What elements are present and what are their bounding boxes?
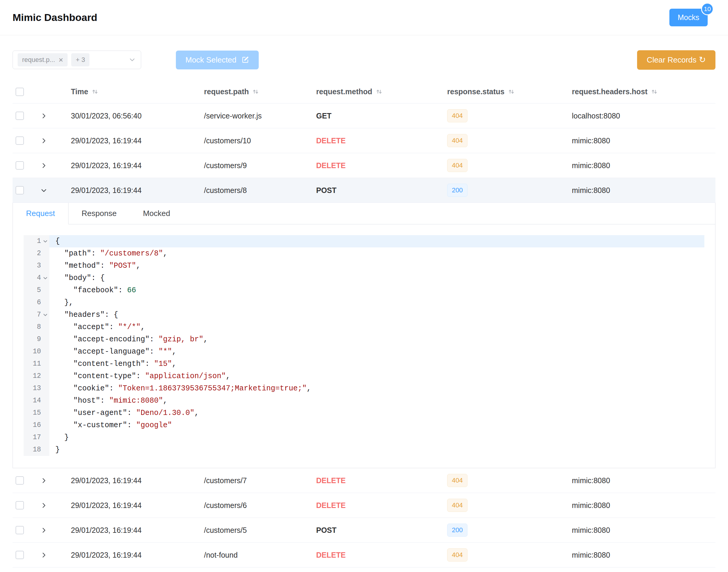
row-checkbox[interactable] [15,551,24,559]
code-line: 5 "facebook": 66 [24,284,704,296]
column-header-path[interactable]: request.path [204,87,316,96]
fold-icon[interactable] [41,276,49,281]
status-badge: 404 [447,159,467,172]
line-number: 12 [24,370,49,382]
row-checkbox[interactable] [15,476,24,485]
cell-host: mimic:8080 [572,551,715,559]
cell-time: 29/01/2023, 16:19:44 [71,476,204,485]
mocks-button-wrap: Mocks 10 [669,9,708,26]
filter-tag-close-icon[interactable]: × [59,57,63,63]
filter-select[interactable]: request.p... × + 3 [13,51,141,69]
column-header-label: Time [71,87,88,96]
sort-icon[interactable] [252,88,259,95]
clear-records-label: Clear Records [647,55,696,65]
code-line: 18} [24,444,704,456]
table-row: 29/01/2023, 16:19:44 /customers/9 DELETE… [13,153,715,178]
row-expander-cell [35,113,71,119]
status-badge: 404 [447,474,467,487]
code-line: 1{ [24,235,704,247]
line-number-text: 9 [37,333,41,346]
fold-icon[interactable] [41,239,49,244]
expand-icon[interactable] [41,502,47,509]
cell-time: 29/01/2023, 16:19:44 [71,136,204,145]
tab-request[interactable]: Request [13,203,69,224]
row-expander-cell [35,162,71,169]
table-row: 29/01/2023, 16:19:44 /not-found DELETE 4… [13,543,715,568]
mock-selected-label: Mock Selected [186,55,237,65]
code-line: 15 "user-agent": "Deno/1.30.0", [24,407,704,419]
row-checkbox[interactable] [15,501,24,509]
line-number: 8 [24,321,49,333]
tab-response[interactable]: Response [69,203,130,224]
status-badge: 404 [447,548,467,562]
line-number: 10 [24,346,49,358]
column-header-status[interactable]: response.status [445,87,572,96]
expand-icon[interactable] [41,187,47,194]
line-number-text: 14 [32,395,41,407]
expand-icon[interactable] [41,137,47,144]
row-checkbox[interactable] [15,161,24,170]
code-line: 11 "content-length": "15", [24,358,704,370]
expand-icon[interactable] [41,113,47,119]
line-number-text: 10 [32,346,41,358]
column-header-method[interactable]: request.method [316,87,445,96]
cell-status: 404 [445,474,572,487]
toolbar: request.p... × + 3 Mock Selected Clear R… [13,50,715,69]
code-text: "cookie": "Token=1.1863739536755347;Mark… [49,382,704,395]
line-number-text: 1 [37,235,41,247]
expand-icon[interactable] [41,552,47,559]
line-number: 3 [24,260,49,272]
cell-path: /customers/5 [204,526,316,534]
line-number-text: 16 [32,419,41,431]
row-checkbox-cell [13,136,35,145]
row-checkbox[interactable] [15,186,24,195]
row-checkbox[interactable] [15,112,24,120]
expand-icon[interactable] [41,162,47,169]
tab-mocked[interactable]: Mocked [130,203,184,224]
code-text: } [49,444,704,456]
cell-host: mimic:8080 [572,186,715,195]
filter-tag: request.p... × [18,53,68,66]
row-checkbox-cell [13,161,35,170]
line-number-text: 17 [32,431,41,444]
request-json-viewer: 1{2 "path": "/customers/8",3 "method": "… [24,235,704,456]
code-line: 12 "content-type": "application/json", [24,370,704,382]
expand-icon[interactable] [41,477,47,484]
expand-icon[interactable] [41,527,47,534]
table-row: 29/01/2023, 16:19:44 /customers/7 DELETE… [13,468,715,493]
line-number: 17 [24,431,49,444]
column-header-host[interactable]: request.headers.host [572,87,715,96]
line-number: 15 [24,407,49,419]
clear-records-button[interactable]: Clear Records ↻ [637,50,715,70]
column-header-time[interactable]: Time [71,87,204,96]
line-number: 7 [24,309,49,321]
sort-icon[interactable] [375,88,383,95]
records-table: Time request.path request.method respons… [13,80,715,572]
code-line: 4 "body": { [24,272,704,284]
sort-icon[interactable] [651,88,658,95]
cell-time: 29/01/2023, 16:19:44 [71,551,204,559]
line-number-text: 11 [32,358,41,370]
row-checkbox[interactable] [15,136,24,145]
mock-selected-button[interactable]: Mock Selected [176,51,259,69]
code-text: "path": "/customers/8", [49,247,704,260]
row-checkbox[interactable] [15,526,24,534]
cell-host: mimic:8080 [572,526,715,534]
sort-icon[interactable] [508,88,515,95]
cell-method: POST [316,526,445,534]
cell-host: mimic:8080 [572,161,715,170]
line-number-text: 4 [37,272,41,284]
cell-method: DELETE [316,476,445,485]
sort-icon[interactable] [91,88,99,95]
table-row: 29/01/2023, 16:19:44 /customers/8 POST 2… [13,178,715,203]
line-number: 1 [24,235,49,247]
fold-icon[interactable] [41,312,49,317]
table-row [13,568,715,572]
cell-host: mimic:8080 [572,476,715,485]
line-number-text: 8 [37,321,41,333]
row-expander-cell [35,477,71,484]
code-line: 6 }, [24,296,704,309]
select-all-checkbox[interactable] [15,88,24,96]
page-title: Mimic Dashboard [13,12,97,23]
cell-time: 30/01/2023, 06:56:40 [71,112,204,120]
